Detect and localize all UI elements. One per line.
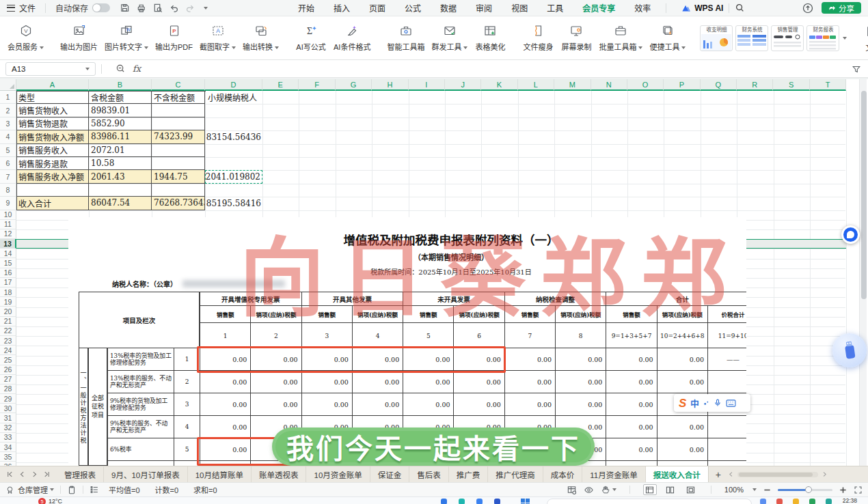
vertical-scrollbar[interactable] <box>859 79 867 466</box>
taskbar-app-icon[interactable] <box>809 499 815 504</box>
spreadsheet-grid[interactable]: ABCDEFGHIJKLMNOPQRST 1234567891011121314… <box>0 79 868 466</box>
sheet-tab[interactable]: 成本价 <box>543 466 583 483</box>
menu-item[interactable]: 工具 <box>537 0 573 16</box>
ime-language-indicator[interactable]: 中 <box>690 397 699 410</box>
eye-icon[interactable] <box>584 485 594 495</box>
column-header[interactable]: K <box>481 79 517 91</box>
pan-hand-icon[interactable] <box>601 485 610 494</box>
cell-D9[interactable]: 85195.58416 <box>205 197 262 210</box>
sheet-tab[interactable]: 推广费 <box>449 466 489 483</box>
cell-D8[interactable] <box>205 184 262 197</box>
cell-A1[interactable]: 类型 <box>16 91 89 104</box>
print-preview-icon[interactable] <box>152 3 163 13</box>
ribbon-button-ai-formula[interactable]: Σ AI写公式 <box>292 19 330 57</box>
ribbon-button-export-image[interactable]: 输出为图片 <box>57 19 101 57</box>
sogou-logo-icon[interactable]: S <box>679 397 686 409</box>
hamburger-menu-icon[interactable] <box>7 5 15 12</box>
prev-sheet-icon[interactable] <box>18 471 26 478</box>
template-card-finance-system[interactable]: 财务系统 <box>735 25 768 51</box>
cell-D4[interactable]: 83154.56436 <box>205 130 262 143</box>
cell-B7[interactable]: 2061.43 <box>89 170 152 183</box>
ribbon-button-output-convert[interactable]: 输出转换 <box>239 19 282 57</box>
column-header[interactable]: S <box>773 79 809 91</box>
zoom-out-icon[interactable] <box>763 486 771 494</box>
keyboard-icon[interactable] <box>726 400 736 407</box>
redo-icon[interactable] <box>185 3 195 13</box>
row-header[interactable]: 23 <box>0 336 16 346</box>
last-sheet-icon[interactable] <box>43 471 51 478</box>
column-header[interactable]: G <box>336 79 372 91</box>
save-icon[interactable] <box>120 3 130 13</box>
column-header[interactable]: F <box>299 79 335 91</box>
cell-D1[interactable]: 小规模纳税人 <box>205 91 262 104</box>
menu-item[interactable]: 数据 <box>431 0 466 16</box>
row-header[interactable]: 35 <box>0 452 16 462</box>
cell-C5[interactable] <box>152 144 205 157</box>
file-menu[interactable]: 文件 <box>19 2 36 14</box>
mode-label[interactable]: 仓库管理 <box>18 484 48 495</box>
fullscreen-icon[interactable] <box>854 486 863 494</box>
cell-C8[interactable] <box>152 184 205 197</box>
ribbon-button-library[interactable]: 文库 <box>856 24 868 53</box>
cell-C6[interactable] <box>152 157 205 170</box>
taskbar-app-icon[interactable] <box>793 499 799 504</box>
row-header[interactable]: 9 <box>0 197 16 210</box>
normal-view-button[interactable] <box>643 484 657 495</box>
taskbar-app-icon[interactable] <box>441 499 447 504</box>
print-icon[interactable] <box>136 3 146 13</box>
column-header[interactable]: H <box>372 79 408 91</box>
sheet-tab[interactable]: 账单透视表 <box>252 466 307 483</box>
cell-D6[interactable] <box>205 157 262 170</box>
cell-D3[interactable] <box>205 117 262 130</box>
row-header[interactable]: 5 <box>0 144 16 157</box>
formula-bar-panel-icon[interactable] <box>852 64 861 74</box>
next-sheet-icon[interactable] <box>31 471 38 478</box>
zoom-slider-knob[interactable] <box>805 486 812 493</box>
row-header[interactable]: 20 <box>0 307 16 316</box>
sheet-tab[interactable]: 推广代理商 <box>488 466 543 483</box>
zoom-formula-icon[interactable] <box>116 64 126 74</box>
ribbon-button-table-beautify[interactable]: 表格美化 <box>471 19 509 57</box>
sheet-tab[interactable]: 售后表 <box>409 466 449 483</box>
assistant-floating-button[interactable] <box>841 225 860 244</box>
column-header[interactable]: O <box>627 79 664 91</box>
row-header[interactable]: 28 <box>0 384 16 394</box>
sheet-tab[interactable]: 保证金 <box>370 466 410 483</box>
cell-A8[interactable] <box>16 184 89 197</box>
cell-A7[interactable]: 销售服务收入净额 <box>16 170 89 183</box>
row-header[interactable]: 1 <box>0 91 16 104</box>
sheet-tab[interactable]: 管理报表 <box>57 466 104 483</box>
select-all-corner[interactable] <box>0 79 16 91</box>
row-header[interactable]: 26 <box>0 365 16 375</box>
cell-A4[interactable]: 销售货物收入净额 <box>16 130 89 143</box>
cell-reference-box[interactable]: A13 <box>5 62 96 76</box>
ribbon-button-image-to-text[interactable]: W 图片转文字 <box>101 19 152 57</box>
clipboard-icon[interactable] <box>67 485 77 494</box>
first-sheet-icon[interactable] <box>6 471 14 478</box>
cell-A5[interactable]: 销售服务收入 <box>16 144 89 157</box>
share-button[interactable]: 分享 <box>822 2 861 14</box>
row-header[interactable]: 18 <box>0 288 16 297</box>
menu-item[interactable]: 页面 <box>360 0 395 16</box>
row-header[interactable]: 27 <box>0 375 16 384</box>
row-header[interactable]: 33 <box>0 433 16 443</box>
row-header[interactable]: 21 <box>0 317 16 326</box>
outline-view-icon[interactable] <box>90 485 99 494</box>
column-header[interactable]: J <box>445 79 481 91</box>
cell-C4[interactable]: 74323.99 <box>152 130 205 143</box>
taskbar-search-box[interactable] <box>547 499 752 504</box>
ribbon-button-screen-record[interactable]: 屏幕录制 <box>557 19 595 57</box>
row-header[interactable]: 29 <box>0 394 16 404</box>
row-header[interactable]: 22 <box>0 326 16 336</box>
sheet-tab[interactable]: 10月资金账单 <box>306 466 370 483</box>
taskbar-app-icon[interactable] <box>494 499 500 504</box>
autosave-toggle[interactable] <box>92 3 110 12</box>
template-card-income-detail[interactable]: 收支明细 <box>700 25 733 51</box>
templates-caret-icon[interactable] <box>843 37 847 40</box>
column-header[interactable]: R <box>737 79 773 91</box>
row-header[interactable]: 30 <box>0 404 16 413</box>
notification-badge[interactable]: 5 <box>38 498 46 504</box>
row-header[interactable]: 12 <box>0 229 16 239</box>
row-header[interactable]: 19 <box>0 297 16 307</box>
column-header[interactable]: Q <box>701 79 737 91</box>
